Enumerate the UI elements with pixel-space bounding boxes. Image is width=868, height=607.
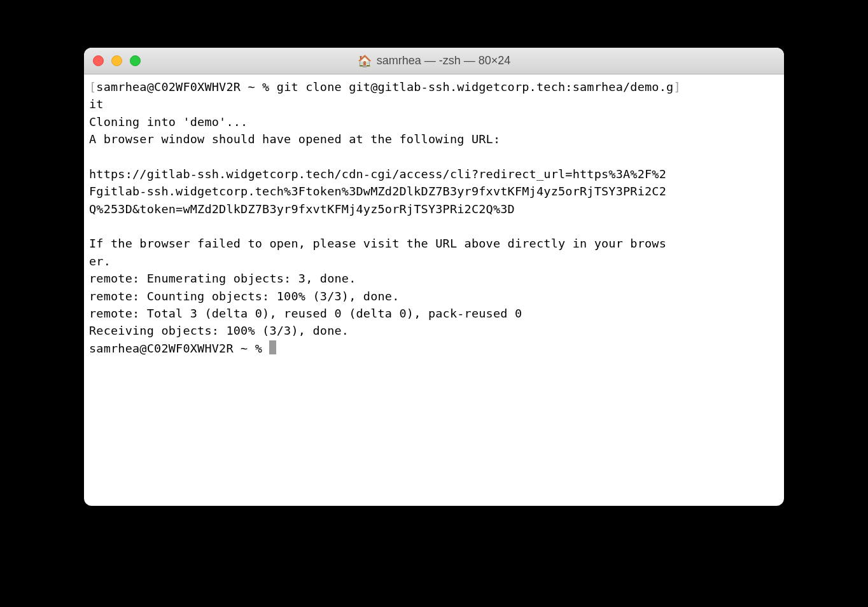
maximize-button[interactable] bbox=[130, 55, 141, 66]
prompt-line-2: samrhea@C02WF0XWHV2R ~ % bbox=[89, 340, 779, 357]
output-url-line-1: https://gitlab-ssh.widgetcorp.tech/cdn-c… bbox=[89, 165, 779, 183]
command-wrap-line: it bbox=[89, 95, 779, 113]
output-cloning: Cloning into 'demo'... bbox=[89, 113, 779, 130]
output-browser-msg: A browser window should have opened at t… bbox=[89, 130, 779, 148]
prompt-user-host: samrhea@C02WF0XWHV2R ~ % bbox=[96, 80, 276, 94]
terminal-window: 🏠 samrhea — -zsh — 80×24 [samrhea@C02WF0… bbox=[84, 48, 784, 506]
output-url-line-3: Q%253D&token=wMZd2DlkDZ7B3yr9fxvtKFMj4yz… bbox=[89, 200, 779, 218]
prompt-line-1: [samrhea@C02WF0XWHV2R ~ % git clone git@… bbox=[89, 78, 779, 95]
cursor bbox=[269, 340, 276, 354]
prompt-open-bracket: [ bbox=[89, 80, 96, 94]
blank-line bbox=[89, 218, 779, 235]
output-fallback-line-1: If the browser failed to open, please vi… bbox=[89, 235, 779, 252]
output-remote-total: remote: Total 3 (delta 0), reused 0 (del… bbox=[89, 305, 779, 322]
window-title: samrhea — -zsh — 80×24 bbox=[377, 54, 511, 67]
terminal-content[interactable]: [samrhea@C02WF0XWHV2R ~ % git clone git@… bbox=[84, 74, 784, 506]
output-fallback-line-2: er. bbox=[89, 253, 779, 270]
command-text: git clone git@gitlab-ssh.widgetcorp.tech… bbox=[277, 80, 674, 94]
output-url-line-2: Fgitlab-ssh.widgetcorp.tech%3Ftoken%3DwM… bbox=[89, 183, 779, 200]
window-title-container: 🏠 samrhea — -zsh — 80×24 bbox=[358, 54, 511, 67]
blank-line bbox=[89, 148, 779, 165]
traffic-lights bbox=[93, 55, 141, 66]
home-icon: 🏠 bbox=[358, 55, 372, 67]
titlebar[interactable]: 🏠 samrhea — -zsh — 80×24 bbox=[84, 48, 784, 74]
close-button[interactable] bbox=[93, 55, 104, 66]
prompt-close-bracket: ] bbox=[673, 80, 680, 94]
prompt-user-host-2: samrhea@C02WF0XWHV2R ~ % bbox=[89, 342, 269, 355]
output-remote-counting: remote: Counting objects: 100% (3/3), do… bbox=[89, 288, 779, 305]
minimize-button[interactable] bbox=[111, 55, 122, 66]
output-receiving: Receiving objects: 100% (3/3), done. bbox=[89, 322, 779, 339]
output-remote-enumerating: remote: Enumerating objects: 3, done. bbox=[89, 270, 779, 287]
